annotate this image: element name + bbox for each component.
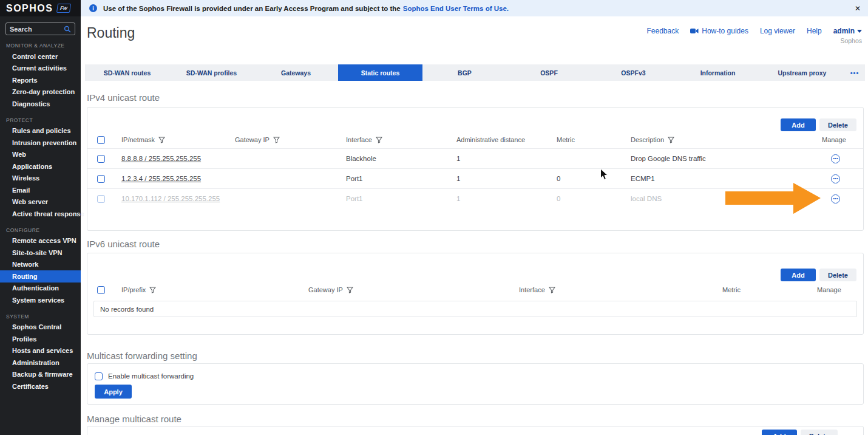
sidebar-item-administration[interactable]: Administration xyxy=(0,357,81,369)
tab-static-routes[interactable]: Static routes xyxy=(338,64,422,81)
sidebar-item-backup-firmware[interactable]: Backup & firmware xyxy=(0,369,81,381)
video-camera-icon xyxy=(690,28,699,34)
tab-bgp[interactable]: BGP xyxy=(422,64,507,81)
route-ip-link[interactable]: 10.170.1.112 / 255.255.255.255 xyxy=(121,195,220,202)
multicast-route-section-heading: Manage multicast route xyxy=(87,414,868,424)
terms-of-use-link[interactable]: Sophos End User Terms of Use. xyxy=(403,5,509,12)
ipv4-table-card: Add Delete IP/netmask Gateway IP Interfa… xyxy=(87,107,864,231)
tab-upstream-proxy[interactable]: Upstream proxy xyxy=(760,64,844,81)
multicast-section-heading: Multicast forwarding setting xyxy=(87,351,868,361)
manage-menu-button[interactable]: ••• xyxy=(831,174,840,183)
nav-section-configure: CONFIGURE xyxy=(0,220,81,235)
tabs-overflow-icon[interactable]: ••• xyxy=(844,64,865,81)
close-icon[interactable]: ✕ xyxy=(855,5,861,12)
ipv6-section-heading: IPv6 unicast route xyxy=(87,239,868,249)
help-link[interactable]: Help xyxy=(807,27,822,35)
multicast-checkbox-row: Enable multicast forwarding xyxy=(95,372,863,380)
sidebar-item-email[interactable]: Email xyxy=(0,184,81,196)
search-input[interactable] xyxy=(10,26,64,33)
sidebar-item-intrusion-prevention[interactable]: Intrusion prevention xyxy=(0,137,81,149)
admin-menu[interactable]: admin xyxy=(833,27,862,35)
ipv4-section-heading: IPv4 unicast route xyxy=(87,92,868,103)
tab-gateways[interactable]: Gateways xyxy=(254,64,338,81)
feedback-link[interactable]: Feedback xyxy=(647,27,679,35)
table-row-disabled: 10.170.1.112 / 255.255.255.255 Port1 1 0… xyxy=(87,188,863,208)
table-row: 8.8.8.8 / 255.255.255.255 Blackhole 1 Dr… xyxy=(87,148,863,168)
sidebar-item-web-server[interactable]: Web server xyxy=(0,196,81,208)
sidebar-item-diagnostics[interactable]: Diagnostics xyxy=(0,98,81,110)
ipv6-delete-button[interactable]: Delete xyxy=(819,269,856,281)
sidebar-item-profiles[interactable]: Profiles xyxy=(0,333,81,345)
filter-icon[interactable] xyxy=(347,287,353,293)
sidebar-item-applications[interactable]: Applications xyxy=(0,160,81,173)
sidebar-search[interactable] xyxy=(5,22,75,35)
filter-icon[interactable] xyxy=(149,287,156,293)
info-icon: i xyxy=(89,4,97,12)
ipv6-add-button[interactable]: Add xyxy=(781,269,816,281)
filter-icon[interactable] xyxy=(273,137,280,143)
tab-ospfv3[interactable]: OSPFv3 xyxy=(591,64,676,81)
ipv4-delete-button[interactable]: Delete xyxy=(819,118,856,131)
ipv6-table-header: IP/prefix Gateway IP Interface Metric Ma… xyxy=(87,281,863,298)
sidebar-item-hosts-and-services[interactable]: Hosts and services xyxy=(0,345,81,357)
logo-bar: SOPHOS Fw xyxy=(0,0,81,16)
row-checkbox[interactable] xyxy=(97,155,105,163)
table-row: 1.2.3.4 / 255.255.255.255 Port1 1 0 ECMP… xyxy=(87,168,863,188)
ipv6-select-all-checkbox[interactable] xyxy=(97,286,105,294)
filter-icon[interactable] xyxy=(549,287,555,293)
sidebar-item-rules-and-policies[interactable]: Rules and policies xyxy=(0,125,81,137)
ipv6-actions: Add Delete xyxy=(87,269,863,281)
sidebar: SOPHOS Fw MONITOR & ANALYZE Control cent… xyxy=(0,0,81,435)
multicast-route-delete-button[interactable]: Delete xyxy=(801,430,838,435)
tab-sdwan-profiles[interactable]: SD-WAN profiles xyxy=(169,64,254,81)
sidebar-item-active-threat-response[interactable]: Active threat response xyxy=(0,208,81,220)
page-header: Routing Feedback How-to guides Log viewe… xyxy=(81,16,868,64)
filter-icon[interactable] xyxy=(158,137,165,143)
tab-ospf[interactable]: OSPF xyxy=(507,64,591,81)
banner-text: Use of the Sophos Firewall is provided u… xyxy=(103,5,401,12)
search-icon[interactable] xyxy=(64,26,71,33)
sidebar-item-current-activities[interactable]: Current activities xyxy=(0,63,81,75)
sidebar-item-site-to-site-vpn[interactable]: Site-to-site VPN xyxy=(0,247,81,259)
apply-button[interactable]: Apply xyxy=(95,385,132,399)
filter-icon[interactable] xyxy=(376,137,382,143)
tab-sdwan-routes[interactable]: SD-WAN routes xyxy=(85,64,169,81)
sidebar-item-control-center[interactable]: Control center xyxy=(0,50,81,63)
sophos-logo: SOPHOS xyxy=(6,3,53,14)
enable-multicast-checkbox[interactable] xyxy=(95,372,103,380)
log-viewer-link[interactable]: Log viewer xyxy=(760,27,795,35)
routing-tabs: SD-WAN routes SD-WAN profiles Gateways S… xyxy=(85,64,865,81)
nav-section-protect: PROTECT xyxy=(0,110,81,125)
sidebar-item-zero-day-protection[interactable]: Zero-day protection xyxy=(0,86,81,98)
firewall-badge-icon: Fw xyxy=(56,4,71,13)
ipv4-select-all-checkbox[interactable] xyxy=(97,136,105,144)
sidebar-item-reports[interactable]: Reports xyxy=(0,74,81,86)
tab-information[interactable]: Information xyxy=(676,64,760,81)
manage-menu-button[interactable]: ••• xyxy=(831,154,840,163)
row-checkbox[interactable] xyxy=(97,195,105,203)
sidebar-item-network[interactable]: Network xyxy=(0,259,81,271)
sidebar-item-system-services[interactable]: System services xyxy=(0,294,81,306)
multicast-route-actions: Add Delete xyxy=(87,426,863,435)
row-checkbox[interactable] xyxy=(97,175,105,183)
ipv4-add-button[interactable]: Add xyxy=(781,118,816,131)
enable-multicast-label: Enable multicast forwarding xyxy=(108,372,194,380)
eap-banner: i Use of the Sophos Firewall is provided… xyxy=(81,0,868,16)
sidebar-item-wireless[interactable]: Wireless xyxy=(0,173,81,185)
multicast-route-add-button[interactable]: Add xyxy=(762,430,797,435)
header-links: Feedback How-to guides Log viewer Help a… xyxy=(647,27,862,35)
how-to-guides-link[interactable]: How-to guides xyxy=(690,27,748,35)
sidebar-item-certificates[interactable]: Certificates xyxy=(0,380,81,392)
manage-menu-button[interactable]: ••• xyxy=(831,194,840,204)
sidebar-item-authentication[interactable]: Authentication xyxy=(0,283,81,295)
route-ip-link[interactable]: 1.2.3.4 / 255.255.255.255 xyxy=(121,175,201,182)
org-label: Sophos xyxy=(840,37,862,44)
route-ip-link[interactable]: 8.8.8.8 / 255.255.255.255 xyxy=(121,155,201,162)
multicast-card: Enable multicast forwarding Apply xyxy=(87,363,864,405)
sidebar-item-web[interactable]: Web xyxy=(0,149,81,161)
sidebar-item-sophos-central[interactable]: Sophos Central xyxy=(0,321,81,334)
filter-icon[interactable] xyxy=(668,137,674,143)
sidebar-item-routing[interactable]: Routing xyxy=(0,270,81,283)
sidebar-item-remote-access-vpn[interactable]: Remote access VPN xyxy=(0,235,81,247)
nav-section-system: SYSTEM xyxy=(0,306,81,321)
